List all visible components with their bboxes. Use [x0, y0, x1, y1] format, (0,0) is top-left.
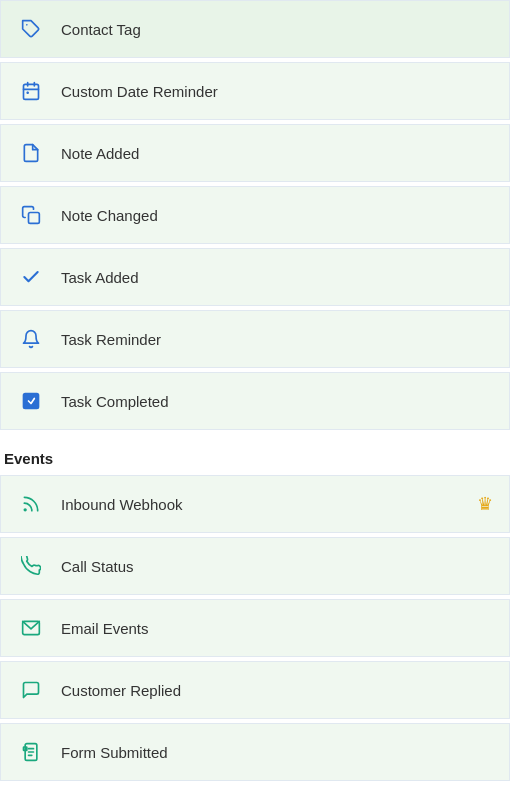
svg-point-6: [27, 92, 28, 93]
svg-rect-7: [29, 213, 40, 224]
calendar-icon: [17, 77, 45, 105]
events-label: Events: [4, 450, 53, 467]
list-item-task-reminder[interactable]: Task Reminder: [0, 310, 510, 368]
item-label-custom-date-reminder: Custom Date Reminder: [61, 83, 493, 100]
note-icon: [17, 139, 45, 167]
check-icon: [17, 263, 45, 291]
item-label-note-changed: Note Changed: [61, 207, 493, 224]
checkbox-icon: [17, 387, 45, 415]
item-label-task-reminder: Task Reminder: [61, 331, 493, 348]
bell-icon: [17, 325, 45, 353]
item-label-inbound-webhook: Inbound Webhook: [61, 496, 477, 513]
list-item-task-added[interactable]: Task Added: [0, 248, 510, 306]
rss-icon: [17, 490, 45, 518]
list-item-task-completed[interactable]: Task Completed: [0, 372, 510, 430]
list-item-inbound-webhook[interactable]: Inbound Webhook ♛: [0, 475, 510, 533]
form-icon: [17, 738, 45, 766]
item-label-email-events: Email Events: [61, 620, 493, 637]
chat-icon: [17, 676, 45, 704]
svg-point-9: [24, 509, 26, 511]
item-label-call-status: Call Status: [61, 558, 493, 575]
crown-icon: ♛: [477, 493, 493, 515]
events-section-header: Events: [0, 434, 510, 475]
email-icon: [17, 614, 45, 642]
item-label-contact-tag: Contact Tag: [61, 21, 493, 38]
list-item-email-events[interactable]: Email Events: [0, 599, 510, 657]
list-item-note-changed[interactable]: Note Changed: [0, 186, 510, 244]
item-label-note-added: Note Added: [61, 145, 493, 162]
tag-icon: [17, 15, 45, 43]
list-item-note-added[interactable]: Note Added: [0, 124, 510, 182]
note-copy-icon: [17, 201, 45, 229]
list-item-form-submitted[interactable]: Form Submitted: [0, 723, 510, 781]
list-item-call-status[interactable]: Call Status: [0, 537, 510, 595]
svg-rect-8: [24, 394, 39, 409]
item-label-form-submitted: Form Submitted: [61, 744, 493, 761]
phone-icon: [17, 552, 45, 580]
item-label-task-added: Task Added: [61, 269, 493, 286]
list-item-contact-tag[interactable]: Contact Tag: [0, 0, 510, 58]
list-item-custom-date-reminder[interactable]: Custom Date Reminder: [0, 62, 510, 120]
item-label-customer-replied: Customer Replied: [61, 682, 493, 699]
list-item-customer-replied[interactable]: Customer Replied: [0, 661, 510, 719]
item-label-task-completed: Task Completed: [61, 393, 493, 410]
svg-rect-1: [24, 84, 39, 99]
